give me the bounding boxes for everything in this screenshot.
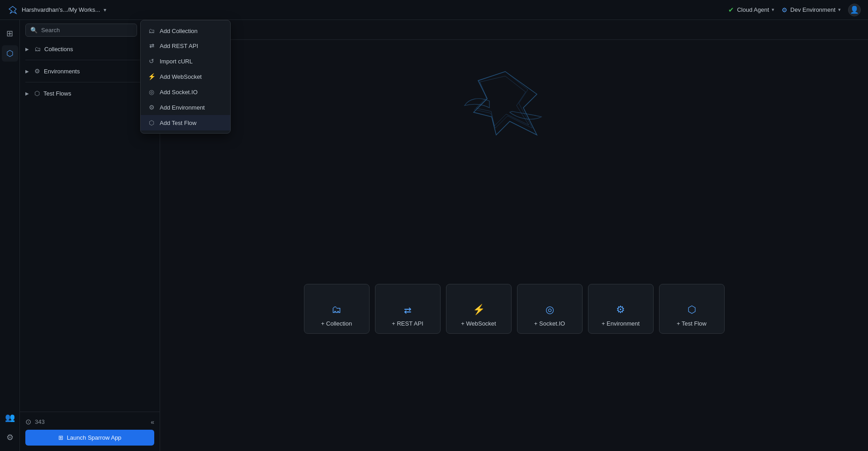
add-rest-api-label: Add REST API	[160, 43, 198, 49]
env-layers-icon: ⚙	[782, 6, 787, 14]
collections-arrow-icon: ▶	[25, 47, 31, 52]
sidebar-item-home[interactable]: ⊞	[2, 25, 18, 42]
main-layout: ⊞ ⬡ 👥 ⚙ 🔍 + ▶	[0, 20, 868, 451]
sidebar-top-row: 🔍 +	[20, 20, 160, 40]
sidebar-item-team[interactable]: 👥	[2, 409, 18, 426]
add-rest-api-icon: ⇄	[148, 43, 155, 49]
icon-bar: ⊞ ⬡ 👥 ⚙	[0, 20, 20, 451]
env-label: Dev Environment	[790, 6, 835, 13]
add-socketio-icon: ◎	[148, 88, 155, 96]
collections-folder-icon: 🗂	[34, 45, 41, 53]
main-content: + 🗂 + Collection	[160, 20, 868, 451]
search-bar[interactable]: 🔍	[25, 24, 137, 37]
qa-collection-card[interactable]: 🗂 + Collection	[304, 284, 370, 334]
collapse-icon[interactable]: «	[151, 418, 154, 426]
cloud-agent-selector[interactable]: ✔ Cloud Agent ▾	[728, 6, 774, 14]
qa-test-flow-icon: ⬡	[688, 304, 696, 316]
qa-websocket-card[interactable]: ⚡ + WebSocket	[446, 284, 512, 334]
qa-environment-icon: ⚙	[616, 304, 625, 316]
agent-chevron-icon: ▾	[772, 7, 774, 13]
environments-label: Environments	[44, 68, 80, 75]
github-row[interactable]: ⊙ 343 «	[25, 417, 154, 426]
main-body: 🗂 + Collection ⇄ + REST API ⚡ + WebSocke…	[160, 40, 868, 451]
app-logo-icon	[7, 5, 18, 15]
add-environment-icon: ⚙	[148, 104, 155, 111]
dropdown-add-rest-api[interactable]: ⇄ Add REST API	[141, 38, 230, 53]
user-icon: 👤	[850, 5, 859, 14]
tab-bar: +	[160, 20, 868, 40]
launch-label: Launch Sparrow App	[67, 434, 122, 441]
dropdown-add-collection[interactable]: 🗂 Add Collection	[141, 23, 230, 38]
github-count: 343	[35, 418, 45, 425]
collections-section-header[interactable]: ▶ 🗂 Collections	[20, 42, 160, 56]
bird-illustration	[446, 53, 582, 189]
qa-rest-api-icon: ⇄	[404, 305, 412, 316]
env-chevron-icon: ▾	[838, 7, 841, 13]
search-input[interactable]	[41, 27, 132, 34]
check-circle-icon: ✔	[728, 6, 734, 14]
launch-sparrow-button[interactable]: ⊞ Launch Sparrow App	[25, 430, 154, 446]
quick-actions: 🗂 + Collection ⇄ + REST API ⚡ + WebSocke…	[304, 284, 725, 334]
testflows-label: Test Flows	[43, 90, 71, 97]
sidebar-item-settings[interactable]: ⚙	[2, 429, 18, 446]
environments-icon: ⚙	[34, 67, 40, 75]
divider-2	[25, 82, 154, 82]
add-environment-label: Add Environment	[160, 104, 205, 111]
qa-rest-api-label: + REST API	[392, 320, 423, 327]
qa-socketio-icon: ◎	[545, 304, 554, 316]
qa-collection-label: + Collection	[321, 320, 352, 327]
testflows-icon: ⬡	[34, 90, 40, 97]
environments-section-header[interactable]: ▶ ⚙ Environments	[20, 64, 160, 78]
testflows-section-header[interactable]: ▶ ⬡ Test Flows	[20, 86, 160, 101]
dropdown-add-environment[interactable]: ⚙ Add Environment	[141, 100, 230, 115]
add-test-flow-label: Add Test Flow	[160, 120, 196, 126]
sidebar-environments-section: ▶ ⚙ Environments	[20, 62, 160, 80]
divider-1	[25, 60, 154, 60]
qa-websocket-icon: ⚡	[473, 304, 485, 316]
dropdown-add-socketio[interactable]: ◎ Add Socket.IO	[141, 84, 230, 100]
qa-environment-card[interactable]: ⚙ + Environment	[588, 284, 654, 334]
add-socketio-label: Add Socket.IO	[160, 89, 198, 96]
qa-environment-label: + Environment	[602, 320, 640, 327]
sidebar-item-collections-nav[interactable]: ⬡	[2, 45, 18, 62]
agent-label: Cloud Agent	[737, 6, 769, 13]
qa-rest-api-card[interactable]: ⇄ + REST API	[375, 284, 441, 334]
import-curl-label: Import cURL	[160, 58, 193, 65]
import-curl-icon: ↺	[148, 58, 155, 65]
settings-icon: ⚙	[6, 432, 14, 442]
workspace-chevron-icon[interactable]: ▾	[104, 7, 106, 13]
user-avatar[interactable]: 👤	[848, 4, 861, 16]
search-icon: 🔍	[30, 27, 38, 34]
github-icon: ⊙	[25, 417, 31, 426]
environments-arrow-icon: ▶	[25, 69, 31, 74]
team-icon: 👥	[5, 413, 15, 422]
environment-selector[interactable]: ⚙ Dev Environment ▾	[782, 6, 841, 14]
dropdown-add-websocket[interactable]: ⚡ Add WebSocket	[141, 69, 230, 84]
add-websocket-icon: ⚡	[148, 73, 155, 80]
dropdown-import-curl[interactable]: ↺ Import cURL	[141, 53, 230, 69]
dropdown-add-test-flow[interactable]: ⬡ Add Test Flow	[141, 115, 230, 130]
collections-label: Collections	[44, 46, 73, 53]
qa-collection-icon: 🗂	[332, 304, 342, 316]
sidebar-collections-section: ▶ 🗂 Collections	[20, 40, 160, 58]
qa-websocket-label: + WebSocket	[461, 320, 496, 327]
windows-icon: ⊞	[58, 434, 63, 441]
workspace-name[interactable]: Harshvardhan's.../My Works...	[22, 6, 100, 13]
topbar-right: ✔ Cloud Agent ▾ ⚙ Dev Environment ▾ 👤	[728, 4, 861, 16]
sidebar: 🔍 + ▶ 🗂 Collections ▶ ⚙ Environments	[20, 20, 160, 451]
add-test-flow-icon: ⬡	[148, 119, 155, 126]
sidebar-footer: ⊙ 343 « ⊞ Launch Sparrow App	[20, 412, 160, 451]
add-dropdown-menu: 🗂 Add Collection ⇄ Add REST API ↺ Import…	[140, 20, 231, 134]
testflows-arrow-icon: ▶	[25, 91, 31, 96]
add-collection-icon: 🗂	[148, 27, 155, 34]
home-icon: ⊞	[6, 29, 13, 38]
sidebar-testflows-section: ▶ ⬡ Test Flows	[20, 84, 160, 102]
qa-test-flow-label: + Test Flow	[677, 320, 707, 327]
add-collection-label: Add Collection	[160, 28, 198, 34]
topbar-left: Harshvardhan's.../My Works... ▾	[7, 5, 728, 15]
collections-nav-icon: ⬡	[6, 48, 14, 58]
qa-test-flow-card[interactable]: ⬡ + Test Flow	[659, 284, 725, 334]
topbar: Harshvardhan's.../My Works... ▾ ✔ Cloud …	[0, 0, 868, 20]
qa-socketio-label: + Socket.IO	[534, 320, 565, 327]
qa-socketio-card[interactable]: ◎ + Socket.IO	[517, 284, 583, 334]
